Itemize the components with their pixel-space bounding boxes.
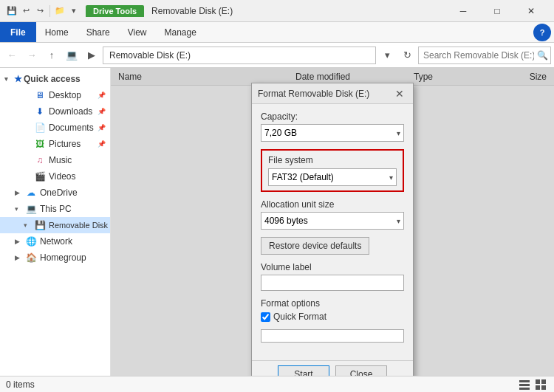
quickaccess-icon: ★ bbox=[12, 73, 24, 85]
folder-icon: 📁 bbox=[54, 5, 66, 17]
redo-icon[interactable]: ↪ bbox=[34, 5, 46, 17]
status-bar: 0 items bbox=[0, 376, 554, 392]
close-button[interactable]: Close bbox=[335, 365, 387, 376]
path-arrow: ▶ bbox=[83, 47, 100, 64]
dropdown-icon[interactable]: ▾ bbox=[68, 5, 80, 17]
back-button[interactable]: ← bbox=[3, 47, 21, 64]
quick-access-icon: 💾 bbox=[6, 5, 18, 17]
pictures-label: Pictures bbox=[49, 139, 81, 149]
search-box: 🔍 bbox=[418, 47, 551, 64]
search-input[interactable] bbox=[423, 50, 534, 61]
modal-body: Capacity: 7,20 GB ▾ File system FAT32 (D… bbox=[252, 104, 413, 357]
help-button[interactable]: ? bbox=[533, 24, 551, 41]
close-window-button[interactable]: ✕ bbox=[514, 0, 548, 22]
svg-rect-3 bbox=[536, 379, 540, 384]
sidebar-item-videos[interactable]: 🎬 Videos bbox=[0, 168, 110, 185]
documents-icon: 📄 bbox=[34, 122, 46, 134]
pictures-pin-icon: 📌 bbox=[98, 140, 106, 148]
status-items-count: 0 items bbox=[6, 379, 514, 390]
sidebar-item-network[interactable]: ▶ 🌐 Network bbox=[0, 233, 110, 250]
homegroup-arrow: ▶ bbox=[15, 254, 22, 261]
dropdown-path-button[interactable]: ▾ bbox=[378, 47, 396, 64]
sidebar-item-onedrive[interactable]: ▶ ☁ OneDrive bbox=[0, 185, 110, 201]
homegroup-icon: 🏠 bbox=[25, 252, 37, 264]
volume-label-input[interactable] bbox=[261, 275, 404, 291]
svg-rect-4 bbox=[541, 379, 546, 384]
sidebar-item-desktop[interactable]: 🖥 Desktop 📌 bbox=[0, 87, 110, 103]
modal-title-bar: Format Removable Disk (E:) ✕ bbox=[252, 83, 413, 104]
allocation-select[interactable]: 4096 bytes ▾ bbox=[261, 212, 404, 230]
format-options-section: Format options Quick Format bbox=[261, 298, 404, 322]
sidebar-item-documents[interactable]: 📄 Documents 📌 bbox=[0, 120, 110, 136]
tile-view-button[interactable] bbox=[533, 377, 548, 392]
undo-icon[interactable]: ↩ bbox=[20, 5, 32, 17]
svg-rect-1 bbox=[519, 384, 530, 386]
drive-tools-tab[interactable]: Drive Tools bbox=[86, 5, 144, 17]
volume-label-group: Volume label bbox=[261, 262, 404, 291]
capacity-select[interactable]: 7,20 GB ▾ bbox=[261, 124, 404, 142]
list-view-button[interactable] bbox=[517, 377, 532, 392]
removabledisk-label: Removable Disk (E:) bbox=[49, 221, 111, 230]
title-bar-sep bbox=[49, 5, 50, 17]
up-button[interactable]: ↑ bbox=[43, 47, 61, 64]
file-system-arrow: ▾ bbox=[389, 173, 393, 182]
tab-view[interactable]: View bbox=[119, 22, 156, 42]
sidebar-quickaccess-label: Quick access bbox=[24, 74, 81, 84]
restore-defaults-button[interactable]: Restore device defaults bbox=[261, 237, 369, 255]
videos-icon: 🎬 bbox=[34, 171, 46, 182]
desktop-label: Desktop bbox=[49, 90, 81, 100]
pictures-icon: 🖼 bbox=[34, 138, 46, 150]
documents-pin-icon: 📌 bbox=[98, 124, 106, 131]
sidebar-item-thispc[interactable]: ▾ 💻 This PC bbox=[0, 201, 110, 217]
file-system-select[interactable]: FAT32 (Default) ▾ bbox=[268, 168, 397, 186]
address-path[interactable]: Removable Disk (E:) bbox=[103, 47, 376, 64]
path-text: Removable Disk (E:) bbox=[109, 50, 191, 61]
sidebar-quickaccess-header[interactable]: ▾ ★ Quick access bbox=[0, 71, 110, 87]
start-button[interactable]: Start bbox=[278, 365, 329, 376]
title-bar-icons: 💾 ↩ ↪ 📁 ▾ bbox=[6, 5, 80, 17]
onedrive-icon: ☁ bbox=[25, 187, 37, 199]
search-icon[interactable]: 🔍 bbox=[537, 50, 548, 61]
computer-icon: 💻 bbox=[63, 47, 81, 64]
sidebar-item-removabledisk[interactable]: ▾ 💾 Removable Disk (E:) bbox=[0, 217, 110, 233]
window-title: Removable Disk (E:) bbox=[147, 6, 443, 16]
sidebar-item-pictures[interactable]: 🖼 Pictures 📌 bbox=[0, 136, 110, 152]
allocation-label: Allocation unit size bbox=[261, 199, 404, 210]
window-controls: ─ □ ✕ bbox=[446, 0, 548, 22]
videos-label: Videos bbox=[49, 171, 75, 182]
refresh-button[interactable]: ↻ bbox=[398, 47, 416, 64]
format-dialog: Format Removable Disk (E:) ✕ Capacity: 7… bbox=[251, 83, 414, 376]
sidebar-item-music[interactable]: ♫ Music bbox=[0, 152, 110, 168]
view-buttons bbox=[517, 377, 548, 392]
modal-footer: Start Close bbox=[252, 360, 413, 376]
svg-rect-2 bbox=[519, 388, 530, 390]
thispc-icon: 💻 bbox=[25, 203, 37, 215]
modal-title-text: Format Removable Disk (E:) bbox=[258, 89, 392, 99]
capacity-value: 7,20 GB bbox=[264, 128, 297, 138]
tab-share[interactable]: Share bbox=[78, 22, 119, 42]
sidebar-item-downloads[interactable]: ⬇ Downloads 📌 bbox=[0, 103, 110, 120]
file-system-value: FAT32 (Default) bbox=[272, 172, 334, 182]
quick-format-checkbox[interactable] bbox=[261, 312, 270, 322]
capacity-label: Capacity: bbox=[261, 111, 404, 122]
modal-close-button[interactable]: ✕ bbox=[392, 86, 407, 101]
quickaccess-expand-arrow: ▾ bbox=[4, 75, 12, 83]
network-label: Network bbox=[40, 236, 72, 247]
svg-rect-5 bbox=[536, 385, 540, 390]
address-bar: ← → ↑ 💻 ▶ Removable Disk (E:) ▾ ↻ 🔍 bbox=[0, 43, 554, 68]
maximize-button[interactable]: □ bbox=[480, 0, 514, 22]
tab-manage[interactable]: Manage bbox=[156, 22, 205, 42]
file-list: Name Date modified Type Size Format Remo… bbox=[111, 68, 554, 376]
desktop-icon: 🖥 bbox=[34, 89, 46, 101]
tab-file[interactable]: File bbox=[0, 22, 36, 42]
forward-button[interactable]: → bbox=[23, 47, 41, 64]
downloads-icon: ⬇ bbox=[34, 106, 46, 117]
allocation-value: 4096 bytes bbox=[264, 216, 308, 226]
sidebar-item-homegroup[interactable]: ▶ 🏠 Homegroup bbox=[0, 250, 110, 266]
network-icon: 🌐 bbox=[25, 235, 37, 247]
format-options-label: Format options bbox=[261, 298, 404, 309]
downloads-label: Downloads bbox=[49, 106, 92, 117]
tab-home[interactable]: Home bbox=[36, 22, 78, 42]
minimize-button[interactable]: ─ bbox=[446, 0, 480, 22]
music-icon: ♫ bbox=[34, 154, 46, 166]
